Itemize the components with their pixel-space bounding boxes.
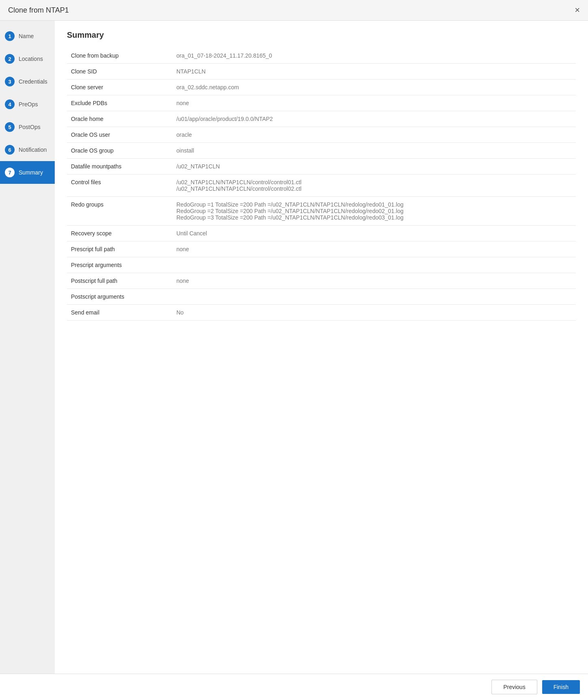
dialog-header: Clone from NTAP1 × (0, 0, 588, 21)
row-value-5: oracle (172, 127, 576, 143)
step-circle-3: 3 (5, 77, 15, 86)
row-label-6: Oracle OS group (67, 143, 172, 159)
sidebar-label-credentials: Credentials (19, 78, 47, 85)
row-value-10: Until Cancel (172, 226, 576, 241)
row-label-11: Prescript full path (67, 241, 172, 257)
row-label-13: Postscript full path (67, 273, 172, 289)
table-row: Prescript arguments (67, 257, 576, 273)
table-row: Recovery scopeUntil Cancel (67, 226, 576, 241)
dialog-title: Clone from NTAP1 (8, 6, 69, 15)
row-value-14 (172, 289, 576, 305)
row-label-2: Clone server (67, 80, 172, 95)
row-value-15: No (172, 305, 576, 321)
sidebar-item-credentials[interactable]: 3Credentials (0, 70, 55, 93)
summary-title: Summary (67, 30, 576, 40)
sidebar-item-name[interactable]: 1Name (0, 25, 55, 47)
clone-dialog: Clone from NTAP1 × 1Name2Locations3Crede… (0, 0, 588, 700)
step-circle-2: 2 (5, 54, 15, 64)
row-label-12: Prescript arguments (67, 257, 172, 273)
row-value-1: NTAP1CLN (172, 64, 576, 80)
sidebar-item-notification[interactable]: 6Notification (0, 138, 55, 161)
sidebar: 1Name2Locations3Credentials4PreOps5PostO… (0, 21, 55, 674)
row-label-8: Control files (67, 174, 172, 197)
row-label-3: Exclude PDBs (67, 95, 172, 111)
table-row: Oracle OS groupoinstall (67, 143, 576, 159)
row-value-4: /u01/app/oracle/product/19.0.0/NTAP2 (172, 111, 576, 127)
row-label-4: Oracle home (67, 111, 172, 127)
table-row: Clone SIDNTAP1CLN (67, 64, 576, 80)
sidebar-label-name: Name (19, 33, 34, 39)
row-label-14: Postscript arguments (67, 289, 172, 305)
main-content: Summary Clone from backupora_01_07-18-20… (55, 21, 588, 674)
row-value-3: none (172, 95, 576, 111)
row-value-8: /u02_NTAP1CLN/NTAP1CLN/control/control01… (172, 174, 576, 197)
dialog-body: 1Name2Locations3Credentials4PreOps5PostO… (0, 21, 588, 674)
summary-table: Clone from backupora_01_07-18-2024_11.17… (67, 48, 576, 321)
table-row: Clone from backupora_01_07-18-2024_11.17… (67, 48, 576, 64)
row-value-2: ora_02.sddc.netapp.com (172, 80, 576, 95)
row-value-0: ora_01_07-18-2024_11.17.20.8165_0 (172, 48, 576, 64)
step-circle-7: 7 (5, 168, 15, 177)
sidebar-label-summary: Summary (19, 169, 43, 176)
close-button[interactable]: × (575, 6, 580, 15)
step-circle-4: 4 (5, 99, 15, 109)
sidebar-label-preops: PreOps (19, 101, 38, 108)
row-value-11: none (172, 241, 576, 257)
table-row: Postscript arguments (67, 289, 576, 305)
row-value-13: none (172, 273, 576, 289)
row-label-15: Send email (67, 305, 172, 321)
row-label-1: Clone SID (67, 64, 172, 80)
table-row: Oracle home/u01/app/oracle/product/19.0.… (67, 111, 576, 127)
sidebar-label-postops: PostOps (19, 124, 41, 130)
row-label-7: Datafile mountpaths (67, 159, 172, 174)
step-circle-1: 1 (5, 31, 15, 41)
table-row: Postscript full pathnone (67, 273, 576, 289)
row-value-9: RedoGroup =1 TotalSize =200 Path =/u02_N… (172, 197, 576, 226)
step-circle-6: 6 (5, 145, 15, 155)
table-row: Prescript full pathnone (67, 241, 576, 257)
table-row: Clone serverora_02.sddc.netapp.com (67, 80, 576, 95)
sidebar-item-preops[interactable]: 4PreOps (0, 93, 55, 116)
finish-button[interactable]: Finish (542, 680, 580, 694)
row-value-7: /u02_NTAP1CLN (172, 159, 576, 174)
row-value-6: oinstall (172, 143, 576, 159)
table-row: Redo groupsRedoGroup =1 TotalSize =200 P… (67, 197, 576, 226)
step-circle-5: 5 (5, 122, 15, 132)
table-row: Send emailNo (67, 305, 576, 321)
sidebar-label-notification: Notification (19, 146, 47, 153)
dialog-footer: Previous Finish (0, 674, 588, 700)
row-label-9: Redo groups (67, 197, 172, 226)
previous-button[interactable]: Previous (491, 680, 537, 694)
sidebar-item-summary[interactable]: 7Summary (0, 161, 55, 184)
table-row: Exclude PDBsnone (67, 95, 576, 111)
row-value-12 (172, 257, 576, 273)
sidebar-item-postops[interactable]: 5PostOps (0, 116, 55, 138)
sidebar-label-locations: Locations (19, 56, 43, 62)
table-row: Datafile mountpaths/u02_NTAP1CLN (67, 159, 576, 174)
table-row: Control files/u02_NTAP1CLN/NTAP1CLN/cont… (67, 174, 576, 197)
table-row: Oracle OS useroracle (67, 127, 576, 143)
row-label-10: Recovery scope (67, 226, 172, 241)
sidebar-item-locations[interactable]: 2Locations (0, 47, 55, 70)
row-label-5: Oracle OS user (67, 127, 172, 143)
row-label-0: Clone from backup (67, 48, 172, 64)
